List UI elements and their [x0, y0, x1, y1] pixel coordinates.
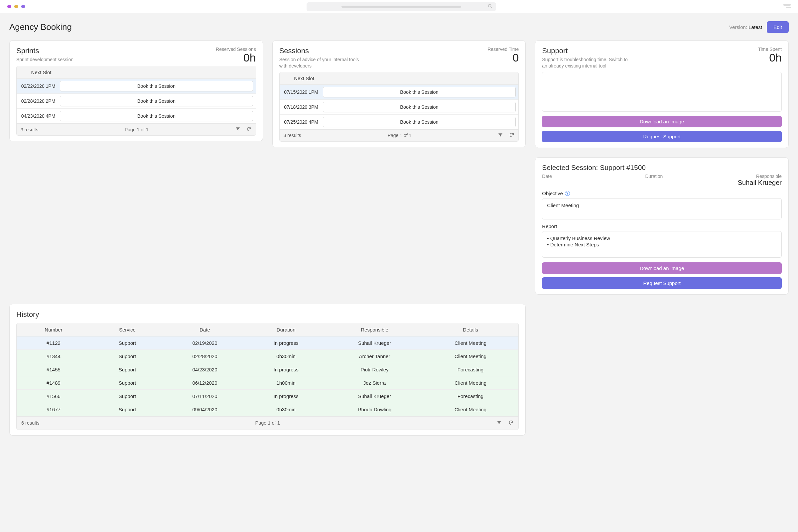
history-row[interactable]: #1122Support02/19/2020In progressSuhail … [17, 337, 518, 350]
history-results-count: 6 results [21, 420, 186, 425]
support-subtitle: Support is troubleshooting time. Switch … [542, 57, 628, 69]
book-session-button[interactable]: Book this Session [60, 81, 253, 92]
book-session-button[interactable]: Book this Session [60, 96, 253, 107]
report-item: • Determine Next Steps [547, 242, 777, 247]
sprints-next-slot-header: Next Slot [21, 70, 61, 75]
global-search[interactable] [307, 2, 496, 11]
history-cell-duration: In progress [245, 363, 326, 376]
history-cell-responsible: Rhodri Dowling [326, 403, 423, 416]
refresh-icon[interactable] [509, 132, 514, 139]
history-cell-responsible: Piotr Rowley [326, 363, 423, 376]
book-session-button[interactable]: Book this Session [323, 117, 516, 127]
col-responsible: Responsible [326, 323, 423, 336]
info-icon[interactable]: ? [565, 191, 570, 196]
sprints-page-indicator: Page 1 of 1 [125, 127, 149, 132]
sessions-card: Sessions Session of advice of your inter… [272, 40, 526, 147]
support-card: Support Support is troubleshooting time.… [535, 40, 789, 148]
history-cell-number: #1489 [17, 376, 91, 390]
history-row[interactable]: #1566Support07/11/2020In progressSuhail … [17, 390, 518, 403]
selected-session-title: Selected Session: Support #1500 [542, 164, 782, 172]
slot-row[interactable]: 07/15/2020 1PMBook this Session [280, 85, 519, 100]
slot-date: 07/15/2020 1PM [280, 86, 323, 98]
history-cell-details: Client Meeting [423, 350, 519, 363]
selected-request-button[interactable]: Request Support [542, 277, 782, 289]
slot-row[interactable]: 02/22/2020 1PMBook this Session [17, 79, 256, 94]
history-card: History Number Service Date Duration Res… [9, 304, 526, 436]
history-cell-date: 02/19/2020 [164, 337, 245, 349]
history-title: History [16, 310, 519, 319]
slot-row[interactable]: 04/23/2020 4PMBook this Session [17, 109, 256, 124]
objective-field[interactable]: Client Meeting [542, 198, 782, 220]
window-controls [7, 5, 25, 8]
svg-line-1 [491, 7, 492, 8]
book-session-button[interactable]: Book this Session [323, 87, 516, 97]
col-duration: Duration [245, 323, 326, 336]
sprints-card: Sprints Sprint development session Reser… [9, 40, 263, 141]
history-cell-service: Support [91, 337, 164, 349]
version-label: Version: Latest [729, 24, 762, 30]
refresh-icon[interactable] [246, 126, 252, 133]
selected-responsible-value: Suhail Krueger [542, 179, 782, 187]
report-field[interactable]: • Quarterly Business Review• Determine N… [542, 231, 782, 258]
search-placeholder [341, 6, 461, 8]
history-cell-service: Support [91, 376, 164, 390]
traffic-light-close[interactable] [7, 5, 11, 8]
history-cell-service: Support [91, 403, 164, 416]
history-cell-date: 06/12/2020 [164, 376, 245, 390]
history-cell-number: #1344 [17, 350, 91, 363]
history-cell-duration: 0h30min [245, 403, 326, 416]
history-cell-date: 09/04/2020 [164, 403, 245, 416]
filter-icon[interactable] [235, 126, 241, 133]
history-cell-date: 07/11/2020 [164, 390, 245, 403]
history-cell-responsible: Archer Tanner [326, 350, 423, 363]
history-row[interactable]: #1489Support06/12/20201h00minJez SierraC… [17, 376, 518, 390]
filter-icon[interactable] [496, 420, 502, 426]
history-row[interactable]: #1677Support09/04/20200h30minRhodri Dowl… [17, 403, 518, 416]
history-cell-number: #1677 [17, 403, 91, 416]
traffic-light-minimize[interactable] [14, 5, 18, 8]
traffic-light-zoom[interactable] [21, 5, 25, 8]
history-cell-service: Support [91, 363, 164, 376]
support-download-button[interactable]: Download an Image [542, 116, 782, 127]
sprints-slot-table: Next Slot 02/22/2020 1PMBook this Sessio… [16, 66, 256, 136]
selected-session-card: Selected Session: Support #1500 Date Dur… [535, 157, 789, 294]
window-titlebar [0, 0, 798, 13]
history-cell-responsible: Suhail Krueger [326, 337, 423, 349]
slot-date: 07/25/2020 4PM [280, 116, 323, 128]
history-cell-duration: 1h00min [245, 376, 326, 390]
sprints-results-count: 3 results [21, 127, 38, 132]
history-cell-date: 02/28/2020 [164, 350, 245, 363]
book-session-button[interactable]: Book this Session [60, 111, 253, 121]
selected-date-label: Date [542, 174, 552, 179]
history-cell-date: 04/23/2020 [164, 363, 245, 376]
sessions-results-count: 3 results [284, 133, 301, 138]
refresh-icon[interactable] [508, 420, 514, 426]
history-cell-number: #1566 [17, 390, 91, 403]
history-cell-details: Client Meeting [423, 376, 519, 390]
edit-button[interactable]: Edit [767, 21, 789, 33]
history-cell-duration: In progress [245, 337, 326, 349]
selected-download-button[interactable]: Download an Image [542, 262, 782, 274]
slot-row[interactable]: 07/25/2020 4PMBook this Session [280, 115, 519, 129]
slot-date: 02/28/2020 2PM [17, 95, 60, 107]
sessions-metric-value: 0 [488, 52, 519, 63]
slot-row[interactable]: 02/28/2020 2PMBook this Session [17, 94, 256, 109]
book-session-button[interactable]: Book this Session [323, 102, 516, 112]
sprints-title: Sprints [16, 46, 74, 55]
history-cell-duration: In progress [245, 390, 326, 403]
history-row[interactable]: #1344Support02/28/20200h30minArcher Tann… [17, 350, 518, 363]
menu-icon[interactable] [783, 4, 791, 9]
history-cell-details: Forecasting [423, 363, 519, 376]
sessions-slot-table: Next Slot 07/15/2020 1PMBook this Sessio… [279, 72, 519, 141]
slot-date: 07/18/2020 3PM [280, 101, 323, 113]
objective-label: Objective [542, 191, 563, 196]
filter-icon[interactable] [498, 132, 503, 139]
col-service: Service [91, 323, 164, 336]
history-cell-responsible: Suhail Krueger [326, 390, 423, 403]
support-request-button[interactable]: Request Support [542, 131, 782, 142]
slot-row[interactable]: 07/18/2020 3PMBook this Session [280, 100, 519, 115]
history-row[interactable]: #1455Support04/23/2020In progressPiotr R… [17, 363, 518, 376]
history-cell-details: Client Meeting [423, 337, 519, 349]
report-label: Report [542, 224, 557, 229]
selected-duration-label: Duration [645, 174, 663, 179]
